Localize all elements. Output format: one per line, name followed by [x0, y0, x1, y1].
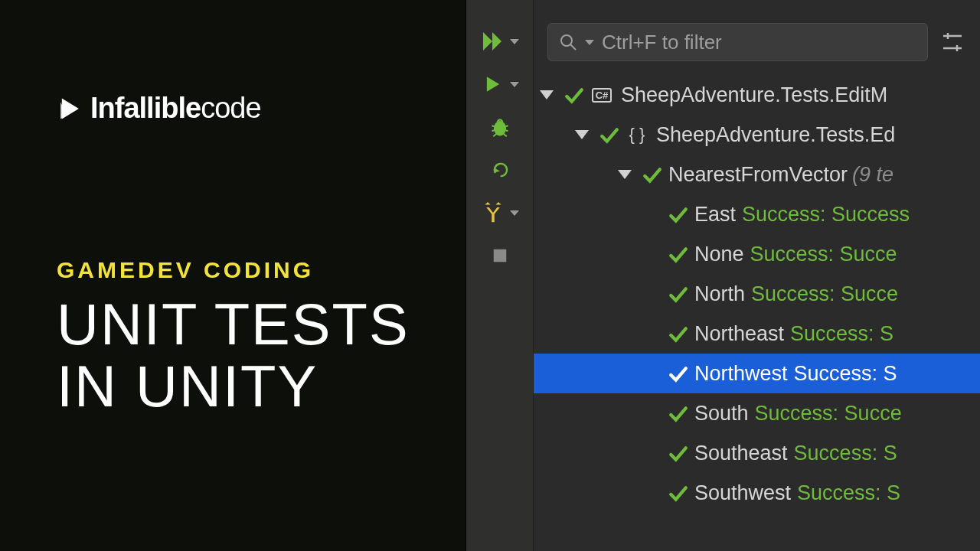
test-explorer-panel: Ctrl+F to filter C#	[466, 0, 980, 551]
search-icon	[559, 33, 577, 51]
brand-text: Infalliblecode	[90, 92, 261, 125]
run-button[interactable]	[466, 72, 533, 96]
search-input[interactable]: Ctrl+F to filter	[547, 23, 928, 61]
chevron-down-icon	[510, 210, 519, 216]
test-status: Success: S	[790, 322, 893, 346]
test-name: Southwest	[694, 481, 791, 505]
test-status: Success: Success	[742, 203, 910, 227]
double-play-icon	[481, 29, 505, 54]
test-status: Success: S	[797, 481, 900, 505]
run-all-button[interactable]	[466, 29, 533, 54]
play-triangle-icon	[57, 96, 83, 122]
check-icon	[668, 324, 687, 343]
test-explorer-tree: Ctrl+F to filter C#	[534, 0, 980, 551]
check-icon	[599, 126, 618, 144]
namespace-label: SheepAdventure.Tests.Ed	[656, 123, 895, 147]
check-icon	[668, 245, 687, 263]
repeat-button[interactable]	[466, 158, 533, 182]
test-status: Success: S	[794, 362, 897, 386]
subtitle: GAMEDEV CODING	[57, 257, 314, 283]
expand-icon	[575, 130, 589, 139]
main-title: UNIT TESTS IN UNITY	[57, 294, 410, 417]
chevron-down-icon	[510, 39, 519, 44]
play-icon	[481, 72, 505, 96]
test-row[interactable]: SoutheastSuccess: S	[534, 433, 980, 473]
check-icon	[668, 205, 687, 223]
test-row[interactable]: NorthwestSuccess: S	[534, 354, 980, 393]
test-name: Northeast	[694, 322, 784, 346]
check-icon	[668, 404, 687, 422]
tree-namespace-row[interactable]: { } SheepAdventure.Tests.Ed	[534, 115, 980, 155]
coverage-button[interactable]	[466, 201, 533, 225]
svg-point-8	[561, 35, 572, 46]
chevron-down-icon	[510, 82, 519, 87]
tree-assembly-row[interactable]: C# SheepAdventure.Tests.EditM	[534, 75, 980, 115]
test-status: Success: Succe	[750, 243, 897, 266]
test-name: South	[694, 402, 749, 425]
check-icon	[642, 165, 661, 184]
svg-line-6	[503, 134, 506, 137]
check-icon	[668, 444, 687, 462]
csharp-file-icon: C#	[590, 83, 613, 106]
test-name: None	[694, 243, 744, 266]
fixture-label: NearestFromVector	[668, 163, 848, 187]
test-row[interactable]: SouthSuccess: Succe	[534, 393, 980, 433]
stop-icon	[488, 243, 512, 268]
test-name: Northwest	[694, 362, 788, 386]
test-row[interactable]: NoneSuccess: Succe	[534, 234, 980, 274]
check-icon	[668, 484, 687, 502]
search-placeholder: Ctrl+F to filter	[602, 31, 722, 54]
assembly-label: SheepAdventure.Tests.EditM	[621, 83, 887, 107]
test-name: Southeast	[694, 442, 788, 465]
test-row[interactable]: EastSuccess: Success	[534, 194, 980, 234]
check-icon	[668, 364, 687, 383]
test-status: Success: Succe	[751, 282, 898, 306]
brand-logo: Infalliblecode	[57, 92, 261, 125]
test-status: Success: S	[794, 442, 897, 465]
chevron-down-icon	[585, 40, 594, 45]
expand-icon	[540, 90, 554, 99]
test-status: Success: Succe	[755, 402, 902, 425]
check-icon	[668, 285, 687, 303]
debug-button[interactable]	[466, 115, 533, 139]
stop-button[interactable]	[466, 243, 533, 268]
test-row[interactable]: SouthwestSuccess: S	[534, 473, 980, 513]
bug-icon	[488, 115, 512, 139]
title-card: Infalliblecode GAMEDEV CODING UNIT TESTS…	[0, 0, 466, 551]
test-row[interactable]: NortheastSuccess: S	[534, 314, 980, 354]
redo-icon	[488, 158, 512, 182]
test-name: North	[694, 282, 745, 306]
svg-point-0	[495, 122, 505, 135]
test-row[interactable]: NorthSuccess: Succe	[534, 274, 980, 314]
namespace-icon: { }	[626, 123, 648, 146]
tree-fixture-row[interactable]: NearestFromVector (9 te	[534, 155, 980, 194]
svg-line-5	[493, 134, 496, 137]
check-icon	[564, 86, 583, 104]
test-name: East	[694, 203, 736, 227]
expand-icon	[618, 170, 632, 179]
branch-icon	[481, 201, 505, 225]
fixture-meta: (9 te	[852, 163, 893, 187]
svg-rect-7	[493, 249, 506, 262]
svg-line-9	[570, 44, 576, 50]
settings-filter-icon[interactable]	[939, 28, 966, 56]
test-toolbar	[466, 0, 534, 551]
